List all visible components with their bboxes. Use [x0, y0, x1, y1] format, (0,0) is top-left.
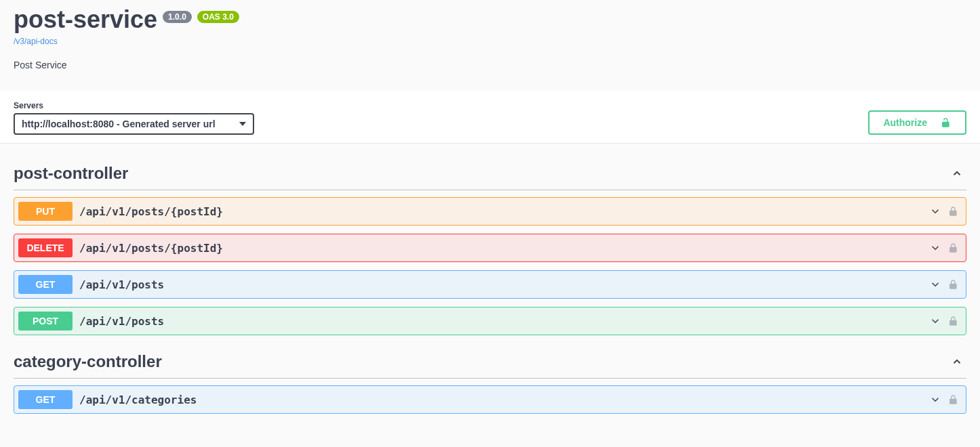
lock-icon[interactable] [948, 242, 959, 254]
op-path: /api/v1/posts [73, 315, 929, 328]
docs-link[interactable]: /v3/api-docs [14, 37, 58, 46]
server-select[interactable]: http://localhost:8080 - Generated server… [14, 113, 254, 135]
method-badge: DELETE [18, 238, 73, 257]
op-post-posts[interactable]: POST /api/v1/posts [14, 307, 966, 335]
lock-icon[interactable] [948, 393, 959, 406]
operations-wrapper: post-controller PUT /api/v1/posts/{postI… [0, 143, 980, 438]
op-get-categories[interactable]: GET /api/v1/categories [14, 385, 966, 414]
api-title: post-service [14, 5, 157, 34]
version-badge: 1.0.0 [163, 11, 192, 23]
method-badge: POST [18, 312, 73, 331]
op-path: /api/v1/posts/{postId} [73, 242, 929, 255]
chevron-down-icon [929, 205, 941, 217]
chevron-down-icon [929, 242, 941, 254]
tag-title: category-controller [14, 352, 162, 371]
info-header: post-service 1.0.0 OAS 3.0 /v3/api-docs … [0, 0, 980, 91]
chevron-down-icon [929, 315, 941, 327]
op-get-posts[interactable]: GET /api/v1/posts [14, 270, 966, 299]
chevron-up-icon [951, 167, 963, 179]
tag-title: post-controller [14, 164, 128, 183]
op-put-posts-postid[interactable]: PUT /api/v1/posts/{postId} [14, 197, 966, 226]
chevron-down-icon [929, 393, 941, 406]
op-path: /api/v1/posts [73, 278, 929, 291]
op-path: /api/v1/posts/{postId} [73, 205, 929, 218]
method-badge: GET [18, 275, 73, 294]
authorize-label: Authorize [883, 117, 927, 128]
oas-badge: OAS 3.0 [197, 11, 239, 23]
tag-post-controller: post-controller PUT /api/v1/posts/{postI… [14, 157, 966, 335]
servers-bar: Servers http://localhost:8080 - Generate… [0, 91, 980, 143]
chevron-down-icon [929, 278, 941, 291]
api-description: Post Service [14, 60, 966, 70]
method-badge: PUT [18, 202, 73, 221]
tag-category-controller: category-controller GET /api/v1/categori… [14, 345, 966, 414]
lock-icon[interactable] [948, 278, 959, 291]
chevron-up-icon [951, 356, 963, 368]
lock-icon[interactable] [948, 205, 959, 217]
unlock-icon [941, 116, 952, 129]
op-path: /api/v1/categories [73, 393, 929, 406]
servers-label: Servers [14, 101, 254, 110]
method-badge: GET [18, 390, 73, 409]
tag-header[interactable]: category-controller [14, 345, 966, 379]
lock-icon[interactable] [948, 315, 959, 327]
authorize-button[interactable]: Authorize [868, 110, 966, 135]
op-delete-posts-postid[interactable]: DELETE /api/v1/posts/{postId} [14, 234, 966, 262]
tag-header[interactable]: post-controller [14, 157, 966, 190]
